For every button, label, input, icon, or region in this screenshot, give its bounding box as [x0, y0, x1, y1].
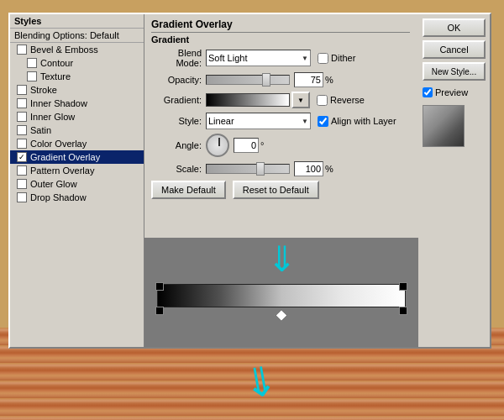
satin-checkbox[interactable]: [17, 125, 27, 135]
gradient-bar[interactable]: [157, 284, 406, 307]
gradient-dropdown-btn[interactable]: ▼: [291, 92, 310, 108]
styles-title: Styles: [10, 14, 144, 29]
layer-style-dialog: Styles Blending Options: Default Bevel &…: [8, 13, 491, 349]
handle-tl[interactable]: [155, 282, 164, 291]
drop-shadow-checkbox[interactable]: [17, 192, 27, 202]
angle-label: Angle:: [151, 140, 206, 150]
bevel-checkbox[interactable]: [17, 45, 27, 55]
opacity-row: Opacity: %: [151, 72, 410, 87]
style-arrow-icon: ▼: [302, 118, 308, 125]
gradient-overlay-checkbox[interactable]: ✓: [17, 152, 27, 162]
blend-mode-label: Blend Mode:: [151, 48, 206, 68]
sidebar-item-satin[interactable]: Satin: [10, 123, 144, 137]
align-checkbox[interactable]: [318, 116, 328, 127]
sidebar-item-texture[interactable]: Texture: [10, 70, 144, 83]
inner-shadow-checkbox[interactable]: [17, 98, 27, 108]
preview-option: Preview: [423, 87, 486, 97]
gradient-preview[interactable]: [206, 93, 290, 107]
drop-shadow-label: Drop Shadow: [30, 192, 87, 202]
bottom-cyan-arrow: ⇓: [240, 360, 281, 406]
preview-checkbox[interactable]: [423, 87, 433, 97]
align-label: Align with Layer: [331, 116, 396, 126]
sidebar-item-inner-glow[interactable]: Inner Glow: [10, 110, 144, 123]
opacity-percent: %: [325, 75, 333, 85]
style-value: Linear: [208, 116, 308, 126]
opacity-value-input[interactable]: [294, 72, 323, 87]
handle-tr[interactable]: [399, 282, 407, 291]
gradient-label: Gradient:: [151, 95, 206, 105]
pattern-overlay-checkbox[interactable]: [17, 165, 27, 176]
gradient-overlay-label: Gradient Overlay: [30, 152, 100, 162]
ok-button[interactable]: OK: [423, 18, 486, 37]
align-option: Align with Layer: [318, 116, 396, 127]
outer-glow-checkbox[interactable]: [17, 179, 27, 189]
satin-label: Satin: [30, 125, 51, 135]
blend-mode-arrow-icon: ▼: [302, 55, 308, 62]
sidebar-item-pattern-overlay[interactable]: Pattern Overlay: [10, 164, 144, 177]
texture-label: Texture: [40, 71, 71, 81]
opacity-label: Opacity:: [151, 75, 206, 85]
preview-label: Preview: [435, 87, 468, 97]
sidebar-item-color-overlay[interactable]: Color Overlay: [10, 137, 144, 150]
color-overlay-checkbox[interactable]: [17, 139, 27, 149]
handle-center-bottom[interactable]: [275, 309, 288, 323]
sidebar-item-outer-glow[interactable]: Outer Glow: [10, 177, 144, 191]
sidebar-item-drop-shadow[interactable]: Drop Shadow: [10, 191, 144, 204]
scale-percent: %: [325, 164, 333, 174]
canvas-area: ⇓: [144, 238, 418, 347]
stroke-label: Stroke: [30, 85, 57, 95]
cancel-button[interactable]: Cancel: [423, 40, 486, 59]
gradient-row: Gradient: ▼ Reverse: [151, 92, 410, 108]
sidebar-item-bevel[interactable]: Bevel & Emboss: [10, 43, 144, 56]
canvas-cyan-arrow: ⇓: [267, 242, 297, 277]
style-dropdown[interactable]: Linear ▼: [206, 113, 311, 129]
left-panel: Styles Blending Options: Default Bevel &…: [10, 14, 144, 347]
dither-checkbox[interactable]: [318, 53, 328, 64]
inner-glow-label: Inner Glow: [30, 112, 75, 122]
sidebar-item-gradient-overlay[interactable]: ✓ Gradient Overlay: [10, 150, 144, 164]
gradient-dropdown-arrow-icon: ▼: [297, 97, 304, 104]
reverse-option: Reverse: [317, 95, 365, 106]
reverse-label: Reverse: [330, 95, 365, 105]
angle-dial[interactable]: [206, 134, 229, 157]
right-buttons-panel: OK Cancel New Style... Preview: [418, 14, 490, 347]
blend-mode-dropdown[interactable]: Soft Light ▼: [206, 50, 311, 66]
contour-checkbox[interactable]: [27, 58, 37, 68]
scale-label: Scale:: [151, 164, 206, 174]
stroke-checkbox[interactable]: [17, 85, 27, 95]
angle-unit: °: [260, 140, 264, 150]
sub-section-title: Gradient: [151, 34, 410, 45]
reset-default-button[interactable]: Reset to Default: [233, 181, 319, 199]
inner-shadow-label: Inner Shadow: [30, 98, 87, 108]
scale-slider-container: %: [206, 161, 410, 176]
opacity-slider[interactable]: [206, 75, 290, 85]
handle-bl[interactable]: [155, 307, 164, 315]
blending-options-label[interactable]: Blending Options: Default: [10, 29, 144, 43]
sidebar-item-stroke[interactable]: Stroke: [10, 83, 144, 97]
style-label: Style:: [151, 116, 206, 126]
reverse-checkbox[interactable]: [317, 95, 328, 106]
gradient-overlay-settings: Gradient Overlay Gradient Blend Mode: So…: [144, 14, 418, 238]
make-default-button[interactable]: Make Default: [151, 181, 226, 199]
section-title: Gradient Overlay: [151, 18, 410, 33]
outer-glow-label: Outer Glow: [30, 179, 77, 189]
dialog-body: Styles Blending Options: Default Bevel &…: [8, 13, 491, 349]
handle-br[interactable]: [399, 307, 407, 315]
preview-thumbnail: [423, 105, 465, 147]
contour-label: Contour: [40, 58, 73, 68]
pattern-overlay-label: Pattern Overlay: [30, 165, 94, 176]
scale-value-input[interactable]: [294, 161, 323, 176]
bevel-label: Bevel & Emboss: [30, 45, 98, 55]
new-style-button[interactable]: New Style...: [423, 62, 486, 81]
opacity-slider-container: %: [206, 72, 410, 87]
center-panel: Gradient Overlay Gradient Blend Mode: So…: [144, 14, 418, 347]
sidebar-item-contour[interactable]: Contour: [10, 56, 144, 70]
texture-checkbox[interactable]: [27, 71, 37, 81]
sidebar-item-inner-shadow[interactable]: Inner Shadow: [10, 97, 144, 110]
scale-slider[interactable]: [206, 164, 290, 174]
dither-label: Dither: [331, 53, 355, 63]
style-row: Style: Linear ▼ Align with Layer: [151, 113, 410, 129]
angle-value-input[interactable]: [234, 138, 259, 153]
inner-glow-checkbox[interactable]: [17, 112, 27, 122]
blend-mode-value: Soft Light: [208, 53, 308, 63]
